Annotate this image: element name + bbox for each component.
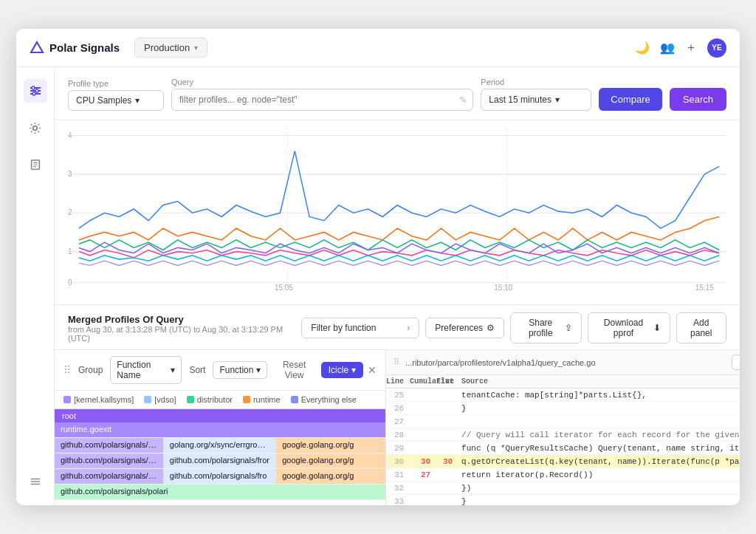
legend-label-distributor: distributor — [197, 395, 233, 404]
sidebar — [16, 67, 55, 505]
compare-button[interactable]: Compare — [599, 88, 662, 111]
code-line-31: 31 27 return iterator(p.Record()) — [386, 468, 740, 482]
code-line-27: 27 — [386, 415, 740, 428]
svg-text:15:10: 15:10 — [494, 284, 512, 290]
main-content: Profile type CPU Samples ▾ Query ✎ Perio… — [55, 67, 740, 505]
legend-item-distributor: distributor — [187, 395, 233, 404]
panel-title: Merged Profiles Of Query — [68, 314, 294, 325]
sidebar-item-menu[interactable] — [24, 470, 47, 493]
svg-text:0: 0 — [68, 278, 72, 286]
legend-dot-runtime — [243, 396, 250, 403]
query-input[interactable] — [171, 89, 473, 111]
preferences-button[interactable]: Preferences ⚙ — [425, 318, 504, 338]
svg-text:15:05: 15:05 — [275, 284, 293, 290]
reset-view-button[interactable]: Reset View — [275, 360, 313, 380]
add-panel-button[interactable]: Add panel — [676, 312, 726, 343]
bottom-section: Merged Profiles Of Query from Aug 30, at… — [55, 305, 740, 505]
users-icon[interactable]: 👥 — [660, 41, 675, 55]
download-pprof-button[interactable]: Download pprof ⬇ — [588, 312, 670, 343]
sort-value: Function — [219, 365, 253, 375]
group-select[interactable]: Function Name ▾ — [110, 356, 182, 384]
drag-icon: ⠿ — [63, 364, 71, 376]
period-value: Last 15 minutes — [489, 95, 551, 105]
source-button[interactable]: Source ▾ — [732, 355, 740, 370]
code-line-30: 30 30 30 q.getOrCreateList(q.key(tenant,… — [386, 455, 740, 468]
flamegraph-controls: ⠿ Group Function Name ▾ Sort Function ▾ — [55, 350, 385, 391]
avatar[interactable]: YE — [707, 38, 726, 58]
logo-icon — [30, 41, 44, 55]
close-flamegraph-icon[interactable]: ✕ — [368, 364, 377, 376]
profile-type-chevron: ▾ — [135, 95, 140, 106]
profile-type-value: CPU Samples — [76, 95, 131, 106]
col-line: Line — [386, 375, 410, 388]
legend-label-vdso: [vdso] — [154, 395, 176, 404]
flame-row-root[interactable]: root — [55, 409, 385, 422]
icicle-select[interactable]: Icicle ▾ — [321, 362, 363, 378]
moon-icon[interactable]: 🌙 — [635, 41, 650, 55]
preferences-label: Preferences — [435, 323, 483, 333]
flame-row-1[interactable]: github.com/polarsignals/polarsi golang.o… — [55, 438, 385, 453]
menu-icon — [30, 476, 41, 487]
flamegraph-left: ⠿ Group Function Name ▾ Sort Function ▾ — [55, 350, 386, 505]
legend-item-runtime: runtime — [243, 395, 281, 404]
code-col-headers: Line Cumulative Flat Source — [386, 375, 740, 388]
code-line-25: 25 tenantCache: map[string]*parts.List{}… — [386, 388, 740, 402]
panel-actions: Filter by function › Preferences ⚙ Share… — [301, 312, 726, 343]
flame-row-2[interactable]: github.com/polarsignals/polarsi github.c… — [55, 453, 385, 469]
code-line-33: 33 } — [386, 495, 740, 505]
sidebar-item-filters[interactable] — [24, 79, 47, 103]
query-bar: Profile type CPU Samples ▾ Query ✎ Perio… — [55, 67, 740, 120]
share-profile-button[interactable]: Share profile ⇪ — [510, 312, 582, 343]
source-panel: ⠿ ...ributor/parca/profilestore/v1alpha1… — [386, 350, 740, 505]
sidebar-item-docs[interactable] — [24, 153, 47, 177]
profile-type-select[interactable]: CPU Samples ▾ — [68, 90, 164, 111]
panel-info: Merged Profiles Of Query from Aug 30, at… — [68, 314, 294, 343]
drag-icon-source: ⠿ — [394, 357, 399, 367]
download-icon: ⬇ — [653, 323, 661, 333]
flame-table: root runtime.goexit github.com/polarsign… — [55, 409, 385, 505]
flamegraph-section: ⠿ Group Function Name ▾ Sort Function ▾ — [55, 350, 740, 505]
svg-point-6 — [32, 92, 35, 95]
icicle-chevron: ▾ — [351, 365, 356, 375]
code-line-26: 26 } — [386, 402, 740, 415]
env-selector[interactable]: Production ▾ — [134, 38, 207, 58]
col-cumulative: Cumulative — [410, 375, 436, 388]
svg-point-5 — [35, 89, 38, 92]
flame-row-4[interactable]: github.com/polarsignals/polari — [55, 485, 385, 500]
sidebar-item-settings[interactable] — [24, 116, 47, 140]
search-button[interactable]: Search — [670, 88, 726, 111]
sort-select[interactable]: Function ▾ — [213, 361, 267, 379]
svg-point-7 — [33, 126, 38, 130]
legend-label-runtime: runtime — [253, 395, 281, 404]
icicle-label: Icicle — [329, 365, 348, 375]
nav-right: 🌙 👥 ＋ YE — [635, 38, 726, 58]
filter-by-function-button[interactable]: Filter by function › — [301, 318, 419, 338]
add-panel-label: Add panel — [690, 318, 712, 338]
svg-text:1: 1 — [68, 247, 72, 256]
legend-item-vdso: [vdso] — [144, 395, 176, 404]
code-line-32: 32 }) — [386, 482, 740, 495]
svg-text:4: 4 — [68, 131, 72, 139]
legend-label-kernel: [kernel.kallsyms] — [74, 395, 134, 404]
flame-row-goexit[interactable]: runtime.goexit — [55, 422, 385, 438]
sliders-icon — [29, 84, 42, 97]
plus-icon[interactable]: ＋ — [685, 40, 697, 55]
preferences-icon: ⚙ — [487, 323, 495, 333]
flame-cell-grpc-3: google.golang.org/g — [276, 469, 385, 484]
svg-point-4 — [32, 86, 35, 89]
svg-text:2: 2 — [68, 208, 72, 216]
flame-cell-polar-1: github.com/polarsignals/polarsi — [55, 438, 164, 453]
edit-icon: ✎ — [459, 95, 467, 106]
env-label: Production — [144, 42, 190, 53]
docs-icon — [30, 159, 41, 171]
flame-cell-polar-4: github.com/polarsignals/polari — [55, 485, 385, 499]
query-input-container: ✎ — [171, 89, 473, 111]
legend-dot-vdso — [144, 396, 151, 403]
flame-cell-grpc-2: google.golang.org/g — [276, 453, 385, 468]
period-select[interactable]: Last 15 minutes ▾ — [481, 89, 591, 111]
col-source: Source — [458, 375, 740, 388]
source-header: ⠿ ...ributor/parca/profilestore/v1alpha1… — [386, 350, 740, 375]
profile-type-label: Profile type — [68, 79, 164, 88]
sort-chevron: ▾ — [256, 365, 261, 375]
flame-row-3[interactable]: github.com/polarsignals/polarsi github.c… — [55, 469, 385, 485]
